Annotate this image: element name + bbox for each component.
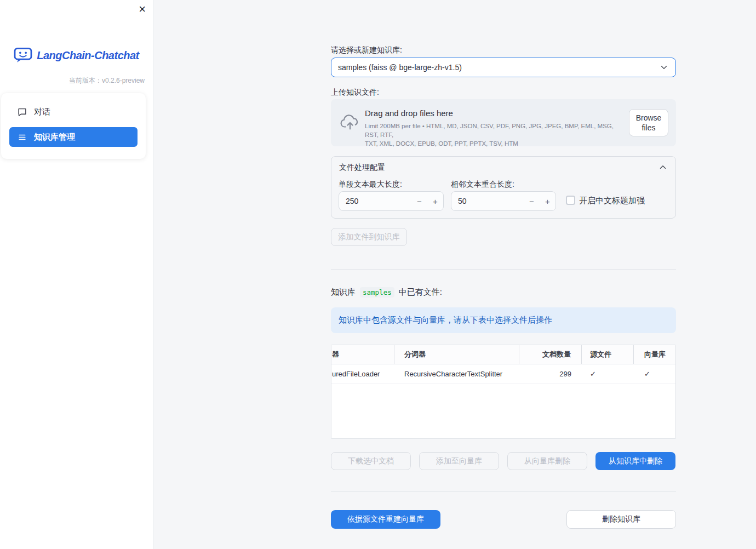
info-banner-text: 知识库中包含源文件与向量库，请从下表中选择文件后操作: [339, 315, 552, 325]
main-content: 请选择或新建知识库: samples (faiss @ bge-large-zh…: [331, 0, 676, 549]
column-header-source[interactable]: 源文件: [582, 345, 634, 364]
zh-title-enhance-checkbox[interactable]: [566, 196, 575, 205]
table-row[interactable]: uredFileLoader RecursiveCharacterTextSpl…: [331, 364, 675, 384]
plus-button[interactable]: +: [427, 192, 443, 210]
info-banner: 知识库中包含源文件与向量库，请从下表中选择文件后操作: [331, 307, 676, 333]
column-header-vector[interactable]: 向量库: [634, 345, 675, 364]
cloud-upload-icon: [340, 115, 360, 132]
file-config-expander: 文件处理配置 单段文本最大长度: 相邻文本重合长度: 250 − + 50 − …: [331, 156, 676, 219]
minus-button[interactable]: −: [411, 192, 427, 210]
chunk-overlap-input[interactable]: 50 − +: [451, 191, 556, 211]
sidebar: × LangChain-Chatchat 当前版本：v0.2.6-preview…: [0, 0, 153, 549]
dropzone-title: Drag and drop files here: [365, 108, 453, 118]
expander-title[interactable]: 文件处理配置: [339, 163, 385, 173]
rebuild-vector-store-button[interactable]: 依据源文件重建向量库: [331, 510, 440, 529]
cell-splitter: RecursiveCharacterTextSplitter: [394, 364, 519, 384]
delete-from-kb-button[interactable]: 从知识库中删除: [595, 452, 675, 470]
browse-files-button[interactable]: Browse files: [629, 109, 668, 136]
chevron-down-icon: [659, 62, 669, 72]
delete-kb-button[interactable]: 删除知识库: [566, 510, 676, 529]
kb-select-value: samples (faiss @ bge-large-zh-v1.5): [338, 63, 462, 72]
app-logo: LangChain-Chatchat: [0, 47, 153, 64]
add-to-vector-button[interactable]: 添加至向量库: [419, 452, 499, 470]
plus-button[interactable]: +: [540, 192, 555, 210]
chevron-up-icon[interactable]: [658, 162, 668, 172]
file-uploader-dropzone[interactable]: Drag and drop files here Limit 200MB per…: [331, 99, 676, 146]
existing-files-suffix: 中已有文件:: [399, 287, 442, 298]
divider: [331, 491, 676, 492]
chunk-size-value: 250: [339, 197, 411, 205]
divider: [331, 269, 676, 270]
chunk-size-label: 单段文本最大长度:: [339, 180, 402, 190]
zh-title-enhance-label: 开启中文标题加强: [579, 196, 645, 206]
add-files-button[interactable]: 添加文件到知识库: [331, 228, 407, 246]
cell-doc-count: 299: [519, 364, 582, 384]
version-label: 当前版本：v0.2.6-preview: [69, 76, 145, 85]
chat-bubble-icon: [18, 107, 27, 117]
column-header-splitter[interactable]: 分词器: [394, 345, 519, 364]
menu-item-label: 对话: [34, 107, 50, 117]
logo-chat-icon: [14, 47, 32, 64]
download-selected-button[interactable]: 下载选中文档: [331, 452, 411, 470]
upload-label: 上传知识文件:: [331, 88, 379, 98]
cell-loader: uredFileLoader: [331, 364, 394, 384]
menu-item-knowledge-base[interactable]: 知识库管理: [9, 127, 138, 147]
minus-button[interactable]: −: [524, 192, 540, 210]
files-table[interactable]: 器 分词器 文档数量 源文件 向量库 uredFileLoader Recurs…: [331, 345, 676, 439]
sidebar-close-icon[interactable]: ×: [139, 2, 146, 16]
files-table-header: 器 分词器 文档数量 源文件 向量库: [331, 345, 675, 364]
chunk-overlap-value: 50: [451, 197, 524, 205]
menu-item-dialogue[interactable]: 对话: [9, 102, 138, 122]
menu-item-label: 知识库管理: [34, 132, 75, 142]
list-icon: [18, 133, 27, 142]
cell-vector-check: ✓: [634, 364, 675, 384]
dropzone-limit-text: Limit 200MB per file • HTML, MD, JSON, C…: [365, 122, 628, 148]
chunk-overlap-label: 相邻文本重合长度:: [451, 180, 514, 190]
logo-text: LangChain-Chatchat: [37, 49, 139, 62]
kb-select-label: 请选择或新建知识库:: [331, 45, 402, 55]
existing-files-prefix: 知识库: [331, 287, 356, 298]
kb-name-code: samples: [360, 287, 394, 298]
cell-source-check: ✓: [582, 364, 634, 384]
delete-from-vector-button[interactable]: 从向量库删除: [507, 452, 587, 470]
chunk-size-input[interactable]: 250 − +: [339, 191, 444, 211]
existing-files-heading: 知识库 samples 中已有文件:: [331, 287, 442, 298]
column-header-loader[interactable]: 器: [331, 345, 394, 364]
kb-select[interactable]: samples (faiss @ bge-large-zh-v1.5): [331, 58, 676, 77]
sidebar-menu: 对话 知识库管理: [1, 93, 146, 159]
column-header-doc-count[interactable]: 文档数量: [519, 345, 582, 364]
